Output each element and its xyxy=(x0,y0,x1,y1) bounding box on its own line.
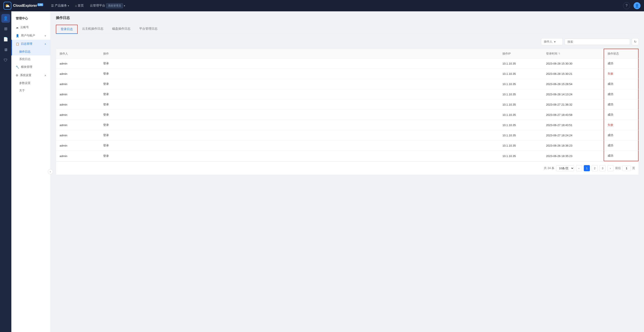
table-row: admin 登录 10.1.10.35 2023-06-27 18:43:58 … xyxy=(56,110,638,120)
data-table: 操作人 操作 操作IP 登录时间 ⇅ 操作状态 admin 登录 10.1.10… xyxy=(56,49,639,175)
nav-cloud-mgmt[interactable]: 云管理平台 系统管理员 ▾ xyxy=(87,2,128,10)
td-ip: 10.1.10.35 xyxy=(499,140,542,150)
td-ip: 10.1.10.35 xyxy=(499,58,542,68)
next-page-button[interactable]: › xyxy=(607,165,614,171)
td-time: 2023-06-26 18:36:23 xyxy=(542,140,604,150)
td-operator: admin xyxy=(56,151,100,161)
layout: 👤 ⊞ 📄 🖥 🛡 管理中心 ☁ 云账号 👤 用户与租户 ∨ 📋 日志管理 ∧ … xyxy=(0,11,644,332)
table-row: admin 登录 10.1.10.35 2023-06-28 15:30:30 … xyxy=(56,58,638,69)
td-operator: admin xyxy=(56,120,100,130)
pagination: 共 24 条 10条/页 20条/页 50条/页 ‹ 1 2 3 › 前往 页 xyxy=(56,162,638,175)
chevron-down-icon: ▾ xyxy=(68,4,69,7)
logo-icon: ⛅ xyxy=(4,2,11,10)
settings-icon: ⚙ xyxy=(16,74,18,77)
main-content: 操作日志 登录日志 云主机操作日志 磁盘操作日志 平台管理日志 操作人 ▾ ↻ … xyxy=(50,11,644,332)
td-ip: 10.1.10.35 xyxy=(499,151,542,161)
td-action: 登录 xyxy=(100,89,499,99)
sidebar-item-module-management[interactable]: 🔧 模块管理 xyxy=(11,63,50,71)
sort-icon: ⇅ xyxy=(558,52,560,55)
sidebar-icon-monitor[interactable]: 🖥 xyxy=(1,45,10,54)
operator-filter[interactable]: 操作人 ▾ xyxy=(541,38,563,45)
sidebar-icons: 👤 ⊞ 📄 🖥 🛡 xyxy=(0,11,11,332)
chevron-down-icon-filter: ▾ xyxy=(554,40,556,44)
nav-products[interactable]: ☰ 产品服务 ▾ xyxy=(48,2,72,9)
total-count: 共 24 条 xyxy=(544,166,554,170)
td-action: 登录 xyxy=(100,79,499,89)
td-status: 成功 xyxy=(604,89,638,99)
td-time: 2023-06-27 18:24:24 xyxy=(542,130,604,140)
td-time: 2023-06-28 15:28:54 xyxy=(542,79,604,89)
search-input[interactable] xyxy=(564,38,630,45)
user-avatar[interactable]: 👤 xyxy=(634,2,640,9)
help-button[interactable]: ? xyxy=(623,2,630,9)
sidebar-icon-shield[interactable]: 🛡 xyxy=(1,56,10,64)
user-icon: 👤 xyxy=(16,34,19,37)
chevron-down-icon-users: ∨ xyxy=(44,34,46,37)
td-operator: admin xyxy=(56,140,100,150)
tab-login-log[interactable]: 登录日志 xyxy=(56,25,78,34)
per-page-select[interactable]: 10条/页 20条/页 50条/页 xyxy=(556,165,574,171)
table-row: admin 登录 10.1.10.35 2023-06-28 15:28:54 … xyxy=(56,79,638,89)
prev-page-button[interactable]: ‹ xyxy=(576,165,582,171)
sidebar-item-users-tenants[interactable]: 👤 用户与租户 ∨ xyxy=(11,32,50,40)
th-time[interactable]: 登录时间 ⇅ xyxy=(542,49,604,58)
td-action: 登录 xyxy=(100,151,499,161)
sidebar-icon-users[interactable]: 👤 xyxy=(1,14,10,23)
page-jump-input[interactable] xyxy=(622,166,631,171)
td-operator: admin xyxy=(56,58,100,68)
td-status: 成功 xyxy=(604,58,638,68)
nav-home[interactable]: ⌂ 首页 xyxy=(72,2,86,9)
tab-platform-log[interactable]: 平台管理日志 xyxy=(135,25,162,34)
sidebar-icon-grid[interactable]: ⊞ xyxy=(1,24,10,33)
td-ip: 10.1.10.35 xyxy=(499,69,542,79)
tab-vm-log[interactable]: 云主机操作日志 xyxy=(78,25,108,34)
td-action: 登录 xyxy=(100,69,499,79)
td-status: 成功 xyxy=(604,130,638,140)
td-operator: admin xyxy=(56,100,100,110)
table-row: admin 登录 10.1.10.35 2023-06-28 14:13:24 … xyxy=(56,89,638,100)
collapse-button[interactable]: ‹ xyxy=(48,169,53,174)
page-title: 操作日志 xyxy=(56,16,639,20)
td-action: 登录 xyxy=(100,100,499,110)
module-icon: 🔧 xyxy=(16,66,19,69)
sidebar-item-system-settings[interactable]: ⚙ 系统设置 ∧ xyxy=(11,71,50,80)
sidebar-subitem-params[interactable]: 参数设置 xyxy=(11,80,50,87)
td-operator: admin xyxy=(56,130,100,140)
table-row: admin 登录 10.1.10.35 2023-06-27 18:24:24 … xyxy=(56,130,638,140)
td-time: 2023-06-28 15:30:30 xyxy=(542,58,604,68)
page-btn-1[interactable]: 1 xyxy=(584,165,590,171)
chevron-down-icon-2: ▾ xyxy=(124,4,125,7)
chevron-up-icon-log: ∧ xyxy=(44,43,46,45)
page-btn-2[interactable]: 2 xyxy=(592,165,598,171)
logo-text: CloudExplorerLite xyxy=(13,4,43,8)
sidebar-subitem-operation-log[interactable]: 操作日志 xyxy=(11,48,50,56)
td-action: 登录 xyxy=(100,120,499,130)
td-operator: admin xyxy=(56,69,100,79)
th-action: 操作 xyxy=(100,49,499,58)
page-jump: 前往 页 xyxy=(615,166,635,171)
td-operator: admin xyxy=(56,79,100,89)
td-time: 2023-06-27 21:36:32 xyxy=(542,100,604,110)
td-status: 失败 xyxy=(604,120,638,130)
table-header: 操作人 操作 操作IP 登录时间 ⇅ 操作状态 xyxy=(56,49,638,58)
td-status: 失败 xyxy=(604,69,638,79)
sys-admin-badge: 系统管理员 xyxy=(106,3,123,8)
sidebar-icon-file[interactable]: 📄 xyxy=(1,35,10,44)
td-ip: 10.1.10.35 xyxy=(499,79,542,89)
log-icon: 📋 xyxy=(16,42,19,46)
td-time: 2023-06-27 18:43:51 xyxy=(542,120,604,130)
sidebar-subitem-about[interactable]: 关于 xyxy=(11,87,50,94)
sidebar-item-log-management[interactable]: 📋 日志管理 ∧ xyxy=(11,40,50,48)
nav-items: ☰ 产品服务 ▾ ⌂ 首页 云管理平台 系统管理员 ▾ xyxy=(48,2,623,10)
table-row: admin 登录 10.1.10.35 2023-06-27 18:43:51 … xyxy=(56,120,638,130)
page-btn-3[interactable]: 3 xyxy=(600,165,606,171)
sidebar-item-cloud-account[interactable]: ☁ 云账号 xyxy=(11,23,50,32)
sidebar-nav: 管理中心 ☁ 云账号 👤 用户与租户 ∨ 📋 日志管理 ∧ 操作日志 系统日志 … xyxy=(11,11,50,332)
td-operator: admin xyxy=(56,110,100,120)
td-action: 登录 xyxy=(100,130,499,140)
refresh-button[interactable]: ↻ xyxy=(632,38,639,45)
td-ip: 10.1.10.35 xyxy=(499,130,542,140)
cloud-icon: ☁ xyxy=(16,26,18,29)
tab-disk-log[interactable]: 磁盘操作日志 xyxy=(108,25,135,34)
sidebar-subitem-system-log[interactable]: 系统日志 xyxy=(11,56,50,63)
